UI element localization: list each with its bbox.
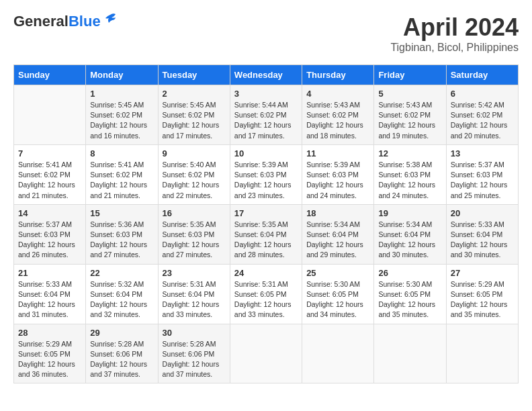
calendar-table: SundayMondayTuesdayWednesdayThursdayFrid… [13,64,519,383]
calendar-cell: 8Sunrise: 5:41 AM Sunset: 6:02 PM Daylig… [86,144,158,204]
calendar-week-row: 1Sunrise: 5:45 AM Sunset: 6:02 PM Daylig… [14,85,519,145]
calendar-day-header: Thursday [302,65,374,85]
calendar-cell: 27Sunrise: 5:29 AM Sunset: 6:05 PM Dayli… [446,264,518,324]
day-number: 6 [451,89,514,99]
day-number: 9 [163,148,226,158]
calendar-cell: 12Sunrise: 5:38 AM Sunset: 6:03 PM Dayli… [374,144,446,204]
calendar-day-header: Wednesday [230,65,302,85]
day-info: Sunrise: 5:33 AM Sunset: 6:04 PM Dayligh… [451,220,514,261]
day-number: 19 [378,208,441,218]
day-info: Sunrise: 5:37 AM Sunset: 6:03 PM Dayligh… [18,220,81,261]
calendar-cell: 19Sunrise: 5:34 AM Sunset: 6:04 PM Dayli… [374,204,446,264]
calendar-cell: 11Sunrise: 5:39 AM Sunset: 6:03 PM Dayli… [302,144,374,204]
day-info: Sunrise: 5:29 AM Sunset: 6:05 PM Dayligh… [451,279,514,320]
calendar-cell: 21Sunrise: 5:33 AM Sunset: 6:04 PM Dayli… [14,264,86,324]
day-info: Sunrise: 5:43 AM Sunset: 6:02 PM Dayligh… [378,100,441,141]
day-info: Sunrise: 5:30 AM Sunset: 6:05 PM Dayligh… [378,279,441,320]
calendar-cell: 5Sunrise: 5:43 AM Sunset: 6:02 PM Daylig… [374,85,446,145]
calendar-day-header: Friday [374,65,446,85]
calendar-cell [374,324,446,383]
month-title: April 2024 [390,13,519,42]
day-info: Sunrise: 5:30 AM Sunset: 6:05 PM Dayligh… [306,279,369,320]
location-title: Tigbinan, Bicol, Philippines [390,42,519,54]
calendar-cell: 9Sunrise: 5:40 AM Sunset: 6:02 PM Daylig… [158,144,230,204]
day-number: 30 [163,328,226,338]
day-info: Sunrise: 5:33 AM Sunset: 6:04 PM Dayligh… [18,279,81,320]
calendar-cell: 25Sunrise: 5:30 AM Sunset: 6:05 PM Dayli… [302,264,374,324]
day-info: Sunrise: 5:41 AM Sunset: 6:02 PM Dayligh… [90,160,153,201]
day-number: 27 [451,268,514,278]
calendar-cell [230,324,302,383]
calendar-week-row: 7Sunrise: 5:41 AM Sunset: 6:02 PM Daylig… [14,144,519,204]
calendar-cell: 29Sunrise: 5:28 AM Sunset: 6:06 PM Dayli… [86,324,158,383]
day-number: 17 [234,208,298,218]
day-number: 21 [18,268,81,278]
calendar-cell: 2Sunrise: 5:45 AM Sunset: 6:02 PM Daylig… [158,85,230,145]
day-info: Sunrise: 5:43 AM Sunset: 6:02 PM Dayligh… [306,100,369,141]
calendar-header-row: SundayMondayTuesdayWednesdayThursdayFrid… [14,65,519,85]
day-number: 25 [306,268,369,278]
calendar-day-header: Saturday [446,65,518,85]
day-info: Sunrise: 5:31 AM Sunset: 6:04 PM Dayligh… [163,279,226,320]
calendar-cell: 26Sunrise: 5:30 AM Sunset: 6:05 PM Dayli… [374,264,446,324]
day-number: 29 [90,328,153,338]
day-info: Sunrise: 5:34 AM Sunset: 6:04 PM Dayligh… [378,220,441,261]
day-number: 15 [90,208,153,218]
calendar-cell: 18Sunrise: 5:34 AM Sunset: 6:04 PM Dayli… [302,204,374,264]
calendar-cell: 14Sunrise: 5:37 AM Sunset: 6:03 PM Dayli… [14,204,86,264]
day-info: Sunrise: 5:36 AM Sunset: 6:03 PM Dayligh… [90,220,153,261]
calendar-cell [302,324,374,383]
calendar-cell: 22Sunrise: 5:32 AM Sunset: 6:04 PM Dayli… [86,264,158,324]
day-number: 24 [234,268,298,278]
day-number: 13 [451,148,514,158]
day-number: 2 [163,89,226,99]
day-number: 10 [234,148,298,158]
day-info: Sunrise: 5:28 AM Sunset: 6:06 PM Dayligh… [163,339,226,380]
day-info: Sunrise: 5:44 AM Sunset: 6:02 PM Dayligh… [234,100,298,141]
logo-bird-icon [103,12,118,27]
day-info: Sunrise: 5:39 AM Sunset: 6:03 PM Dayligh… [306,160,369,201]
calendar-cell [446,324,518,383]
day-number: 12 [378,148,441,158]
day-info: Sunrise: 5:39 AM Sunset: 6:03 PM Dayligh… [234,160,298,201]
calendar-cell: 3Sunrise: 5:44 AM Sunset: 6:02 PM Daylig… [230,85,302,145]
day-number: 16 [163,208,226,218]
day-number: 1 [90,89,153,99]
day-info: Sunrise: 5:45 AM Sunset: 6:02 PM Dayligh… [90,100,153,141]
day-number: 20 [451,208,514,218]
day-info: Sunrise: 5:35 AM Sunset: 6:04 PM Dayligh… [234,220,298,261]
calendar-day-header: Sunday [14,65,86,85]
day-number: 7 [18,148,81,158]
calendar-cell: 10Sunrise: 5:39 AM Sunset: 6:03 PM Dayli… [230,144,302,204]
day-number: 8 [90,148,153,158]
logo: GeneralBlue [13,13,118,30]
day-info: Sunrise: 5:38 AM Sunset: 6:03 PM Dayligh… [378,160,441,201]
day-number: 5 [378,89,441,99]
day-info: Sunrise: 5:35 AM Sunset: 6:03 PM Dayligh… [163,220,226,261]
day-number: 18 [306,208,369,218]
day-number: 26 [378,268,441,278]
day-number: 4 [306,89,369,99]
calendar-cell: 24Sunrise: 5:31 AM Sunset: 6:05 PM Dayli… [230,264,302,324]
day-info: Sunrise: 5:32 AM Sunset: 6:04 PM Dayligh… [90,279,153,320]
calendar-week-row: 28Sunrise: 5:29 AM Sunset: 6:05 PM Dayli… [14,324,519,383]
day-info: Sunrise: 5:37 AM Sunset: 6:03 PM Dayligh… [451,160,514,201]
day-number: 22 [90,268,153,278]
day-info: Sunrise: 5:34 AM Sunset: 6:04 PM Dayligh… [306,220,369,261]
calendar-cell: 6Sunrise: 5:42 AM Sunset: 6:02 PM Daylig… [446,85,518,145]
calendar-cell [14,85,86,145]
calendar-cell: 28Sunrise: 5:29 AM Sunset: 6:05 PM Dayli… [14,324,86,383]
day-info: Sunrise: 5:28 AM Sunset: 6:06 PM Dayligh… [90,339,153,380]
calendar-cell: 1Sunrise: 5:45 AM Sunset: 6:02 PM Daylig… [86,85,158,145]
calendar-week-row: 14Sunrise: 5:37 AM Sunset: 6:03 PM Dayli… [14,204,519,264]
day-info: Sunrise: 5:45 AM Sunset: 6:02 PM Dayligh… [163,100,226,141]
day-info: Sunrise: 5:29 AM Sunset: 6:05 PM Dayligh… [18,339,81,380]
day-info: Sunrise: 5:41 AM Sunset: 6:02 PM Dayligh… [18,160,81,201]
page-header: GeneralBlue April 2024 Tigbinan, Bicol, … [13,13,519,54]
calendar-cell: 4Sunrise: 5:43 AM Sunset: 6:02 PM Daylig… [302,85,374,145]
logo-text: GeneralBlue [13,13,101,30]
calendar-day-header: Monday [86,65,158,85]
calendar-cell: 30Sunrise: 5:28 AM Sunset: 6:06 PM Dayli… [158,324,230,383]
calendar-cell: 23Sunrise: 5:31 AM Sunset: 6:04 PM Dayli… [158,264,230,324]
calendar-cell: 13Sunrise: 5:37 AM Sunset: 6:03 PM Dayli… [446,144,518,204]
